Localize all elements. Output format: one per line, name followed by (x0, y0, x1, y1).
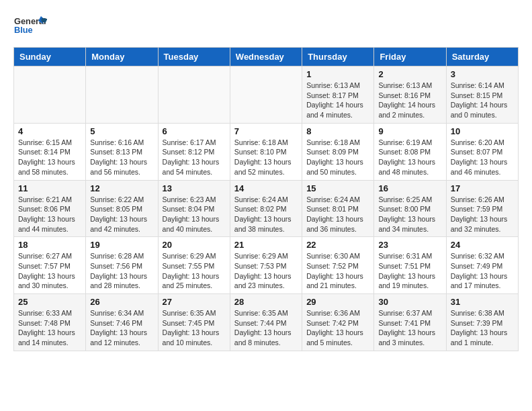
calendar-cell: 21Sunrise: 6:29 AMSunset: 7:53 PMDayligh… (230, 237, 302, 294)
calendar-cell: 11Sunrise: 6:21 AMSunset: 8:06 PMDayligh… (14, 180, 86, 237)
day-info: Sunrise: 6:21 AMSunset: 8:06 PMDaylight:… (18, 195, 81, 234)
day-info: Sunrise: 6:16 AMSunset: 8:13 PMDaylight:… (90, 138, 153, 177)
day-number: 24 (451, 240, 514, 250)
day-info: Sunrise: 6:18 AMSunset: 8:10 PMDaylight:… (234, 138, 298, 177)
day-number: 20 (163, 240, 226, 250)
calendar-cell: 31Sunrise: 6:38 AMSunset: 7:39 PMDayligh… (446, 294, 518, 351)
day-info: Sunrise: 6:13 AMSunset: 8:17 PMDaylight:… (306, 81, 369, 120)
calendar-cell: 1Sunrise: 6:13 AMSunset: 8:17 PMDaylight… (302, 66, 374, 124)
calendar-cell: 9Sunrise: 6:19 AMSunset: 8:08 PMDaylight… (374, 123, 446, 180)
day-info: Sunrise: 6:24 AMSunset: 8:02 PMDaylight:… (234, 195, 298, 234)
calendar-cell: 20Sunrise: 6:29 AMSunset: 7:55 PMDayligh… (158, 237, 230, 294)
day-info: Sunrise: 6:15 AMSunset: 8:14 PMDaylight:… (18, 138, 81, 177)
calendar-cell: 26Sunrise: 6:34 AMSunset: 7:46 PMDayligh… (86, 294, 158, 351)
calendar-cell: 28Sunrise: 6:35 AMSunset: 7:44 PMDayligh… (230, 294, 302, 351)
day-number: 13 (163, 183, 226, 193)
weekday-header-tuesday: Tuesday (158, 48, 230, 66)
calendar-week-1: 1Sunrise: 6:13 AMSunset: 8:17 PMDaylight… (14, 66, 519, 124)
weekday-header-friday: Friday (374, 48, 446, 66)
day-info: Sunrise: 6:24 AMSunset: 8:01 PMDaylight:… (306, 195, 369, 234)
day-number: 1 (306, 69, 369, 79)
day-info: Sunrise: 6:22 AMSunset: 8:05 PMDaylight:… (90, 195, 153, 234)
calendar-cell: 15Sunrise: 6:24 AMSunset: 8:01 PMDayligh… (302, 180, 374, 237)
day-info: Sunrise: 6:38 AMSunset: 7:39 PMDaylight:… (451, 308, 514, 348)
day-number: 7 (234, 126, 298, 136)
calendar-cell: 14Sunrise: 6:24 AMSunset: 8:02 PMDayligh… (230, 180, 302, 237)
day-number: 18 (18, 240, 81, 250)
day-info: Sunrise: 6:23 AMSunset: 8:04 PMDaylight:… (163, 195, 226, 234)
day-info: Sunrise: 6:35 AMSunset: 7:44 PMDaylight:… (234, 308, 298, 348)
day-number: 15 (306, 183, 369, 193)
calendar-cell: 19Sunrise: 6:28 AMSunset: 7:56 PMDayligh… (86, 237, 158, 294)
calendar-cell (230, 66, 302, 124)
day-info: Sunrise: 6:28 AMSunset: 7:56 PMDaylight:… (90, 251, 153, 291)
day-info: Sunrise: 6:34 AMSunset: 7:46 PMDaylight:… (90, 308, 153, 348)
day-number: 11 (18, 183, 81, 193)
calendar-cell: 5Sunrise: 6:16 AMSunset: 8:13 PMDaylight… (86, 123, 158, 180)
day-number: 14 (234, 183, 298, 193)
calendar-cell: 23Sunrise: 6:31 AMSunset: 7:51 PMDayligh… (374, 237, 446, 294)
calendar-table: SundayMondayTuesdayWednesdayThursdayFrid… (13, 47, 519, 351)
day-number: 17 (451, 183, 514, 193)
logo-icon: General Blue (13, 13, 47, 40)
day-info: Sunrise: 6:17 AMSunset: 8:12 PMDaylight:… (163, 138, 226, 177)
day-number: 21 (234, 240, 298, 250)
day-info: Sunrise: 6:35 AMSunset: 7:45 PMDaylight:… (163, 308, 226, 348)
day-info: Sunrise: 6:30 AMSunset: 7:52 PMDaylight:… (306, 251, 369, 291)
calendar-cell: 25Sunrise: 6:33 AMSunset: 7:48 PMDayligh… (14, 294, 86, 351)
weekday-header-sunday: Sunday (14, 48, 86, 66)
calendar-cell: 6Sunrise: 6:17 AMSunset: 8:12 PMDaylight… (158, 123, 230, 180)
calendar-cell: 22Sunrise: 6:30 AMSunset: 7:52 PMDayligh… (302, 237, 374, 294)
day-number: 27 (163, 297, 226, 307)
day-info: Sunrise: 6:14 AMSunset: 8:15 PMDaylight:… (451, 81, 514, 120)
calendar-cell: 27Sunrise: 6:35 AMSunset: 7:45 PMDayligh… (158, 294, 230, 351)
calendar-cell (158, 66, 230, 124)
calendar-cell (14, 66, 86, 124)
svg-text:Blue: Blue (14, 25, 33, 35)
day-number: 29 (306, 297, 369, 307)
calendar-cell: 30Sunrise: 6:37 AMSunset: 7:41 PMDayligh… (374, 294, 446, 351)
day-info: Sunrise: 6:19 AMSunset: 8:08 PMDaylight:… (378, 138, 441, 177)
calendar-cell: 3Sunrise: 6:14 AMSunset: 8:15 PMDaylight… (446, 66, 518, 124)
day-number: 12 (90, 183, 153, 193)
day-number: 16 (378, 183, 441, 193)
calendar-cell: 24Sunrise: 6:32 AMSunset: 7:49 PMDayligh… (446, 237, 518, 294)
day-number: 28 (234, 297, 298, 307)
calendar-week-4: 18Sunrise: 6:27 AMSunset: 7:57 PMDayligh… (14, 237, 519, 294)
day-info: Sunrise: 6:29 AMSunset: 7:53 PMDaylight:… (234, 251, 298, 291)
calendar-cell: 13Sunrise: 6:23 AMSunset: 8:04 PMDayligh… (158, 180, 230, 237)
day-number: 31 (451, 297, 514, 307)
calendar-cell (86, 66, 158, 124)
day-info: Sunrise: 6:26 AMSunset: 7:59 PMDaylight:… (451, 195, 514, 234)
day-info: Sunrise: 6:20 AMSunset: 8:07 PMDaylight:… (451, 138, 514, 177)
calendar-week-3: 11Sunrise: 6:21 AMSunset: 8:06 PMDayligh… (14, 180, 519, 237)
calendar-cell: 8Sunrise: 6:18 AMSunset: 8:09 PMDaylight… (302, 123, 374, 180)
day-number: 10 (451, 126, 514, 136)
day-number: 8 (306, 126, 369, 136)
day-number: 22 (306, 240, 369, 250)
calendar-cell: 17Sunrise: 6:26 AMSunset: 7:59 PMDayligh… (446, 180, 518, 237)
weekday-header-thursday: Thursday (302, 48, 374, 66)
day-number: 9 (378, 126, 441, 136)
day-info: Sunrise: 6:27 AMSunset: 7:57 PMDaylight:… (18, 251, 81, 291)
day-info: Sunrise: 6:13 AMSunset: 8:16 PMDaylight:… (378, 81, 441, 120)
calendar-cell: 10Sunrise: 6:20 AMSunset: 8:07 PMDayligh… (446, 123, 518, 180)
day-number: 4 (18, 126, 81, 136)
calendar-cell: 18Sunrise: 6:27 AMSunset: 7:57 PMDayligh… (14, 237, 86, 294)
logo: General Blue (13, 13, 47, 40)
day-number: 2 (378, 69, 441, 79)
day-info: Sunrise: 6:36 AMSunset: 7:42 PMDaylight:… (306, 308, 369, 348)
calendar-cell: 4Sunrise: 6:15 AMSunset: 8:14 PMDaylight… (14, 123, 86, 180)
day-number: 26 (90, 297, 153, 307)
weekday-header-wednesday: Wednesday (230, 48, 302, 66)
page-header: General Blue (13, 13, 519, 40)
day-info: Sunrise: 6:25 AMSunset: 8:00 PMDaylight:… (378, 195, 441, 234)
day-number: 19 (90, 240, 153, 250)
calendar-week-2: 4Sunrise: 6:15 AMSunset: 8:14 PMDaylight… (14, 123, 519, 180)
day-info: Sunrise: 6:18 AMSunset: 8:09 PMDaylight:… (306, 138, 369, 177)
calendar-cell: 16Sunrise: 6:25 AMSunset: 8:00 PMDayligh… (374, 180, 446, 237)
day-number: 30 (378, 297, 441, 307)
day-info: Sunrise: 6:37 AMSunset: 7:41 PMDaylight:… (378, 308, 441, 348)
weekday-header-saturday: Saturday (446, 48, 518, 66)
day-number: 3 (451, 69, 514, 79)
